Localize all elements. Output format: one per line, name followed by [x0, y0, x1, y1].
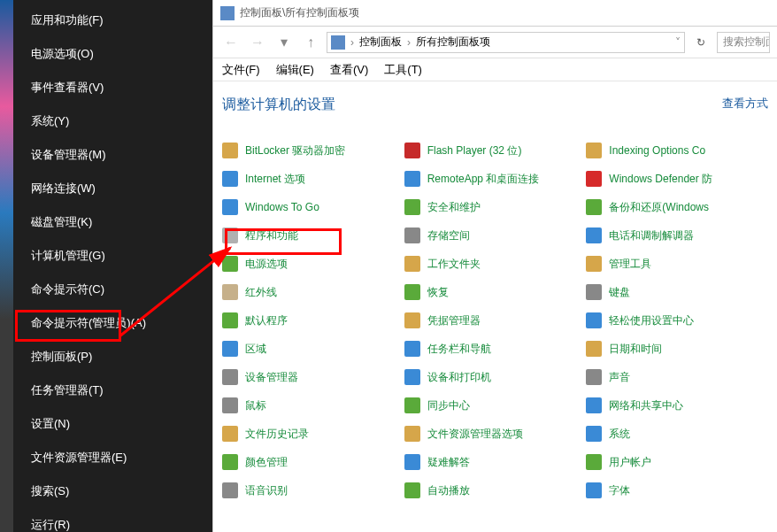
- cp-item[interactable]: 自动播放: [404, 481, 587, 500]
- cp-item[interactable]: BitLocker 驱动器加密: [222, 141, 404, 160]
- cp-item[interactable]: Flash Player (32 位): [404, 141, 587, 160]
- winx-menu: 应用和功能(F) 电源选项(O) 事件查看器(V) 系统(Y) 设备管理器(M)…: [13, 0, 212, 532]
- cp-item[interactable]: 疑难解答: [404, 452, 587, 472]
- cp-item[interactable]: RemoteApp 和桌面连接: [404, 169, 587, 189]
- cp-item[interactable]: 管理工具: [586, 254, 768, 274]
- cp-item-label: 设备和打印机: [427, 370, 491, 385]
- cp-item-label: 鼠标: [245, 398, 266, 413]
- refresh-button[interactable]: ↻: [690, 32, 712, 53]
- cp-item[interactable]: 用户帐户: [586, 452, 768, 472]
- breadcrumb-part[interactable]: 所有控制面板项: [416, 35, 490, 50]
- cp-item[interactable]: 设备管理器: [222, 367, 404, 387]
- cp-item[interactable]: 同步中心: [404, 396, 587, 415]
- menu-cmd[interactable]: 命令提示符(C): [13, 273, 212, 306]
- cp-item-icon: [222, 312, 238, 328]
- cp-item[interactable]: 工作文件夹: [404, 254, 587, 274]
- cp-item[interactable]: 网络和共享中心: [586, 396, 768, 415]
- cp-item[interactable]: 凭据管理器: [404, 311, 587, 330]
- cp-item-label: 声音: [609, 370, 630, 385]
- back-button[interactable]: ←: [220, 32, 242, 53]
- cp-item[interactable]: 默认程序: [222, 311, 404, 330]
- menu-file[interactable]: 文件(F): [222, 62, 260, 78]
- cp-item[interactable]: 系统: [586, 424, 768, 443]
- address-dropdown-icon[interactable]: ˅: [675, 36, 681, 49]
- cp-item-label: 文件资源管理器选项: [427, 427, 523, 442]
- cp-item[interactable]: 文件资源管理器选项: [404, 424, 587, 443]
- cp-item[interactable]: Windows To Go: [222, 197, 404, 217]
- cp-item[interactable]: 红外线: [222, 282, 404, 302]
- desktop-edge-strip: [0, 0, 13, 532]
- cp-item-label: 恢复: [427, 285, 449, 300]
- cp-item[interactable]: 日期和时间: [586, 339, 768, 359]
- cp-item-icon: [586, 256, 602, 272]
- menu-event-viewer[interactable]: 事件查看器(V): [13, 71, 212, 104]
- cp-item-label: 网络和共享中心: [609, 398, 683, 413]
- cp-item[interactable]: 鼠标: [222, 396, 404, 415]
- cp-item[interactable]: 电源选项: [222, 254, 404, 274]
- cp-item-label: 同步中心: [427, 398, 470, 413]
- cp-item-icon: [222, 397, 238, 413]
- search-input[interactable]: 搜索控制面: [717, 32, 770, 53]
- cp-item[interactable]: 文件历史记录: [222, 424, 404, 443]
- cp-item[interactable]: 存储空间: [404, 226, 587, 245]
- cp-item[interactable]: 电话和调制解调器: [586, 226, 768, 245]
- cp-item-label: 管理工具: [609, 257, 651, 272]
- cp-item-icon: [404, 482, 420, 498]
- forward-button[interactable]: →: [247, 32, 268, 53]
- cp-item[interactable]: 轻松使用设置中心: [586, 311, 768, 330]
- menu-apps-features[interactable]: 应用和功能(F): [13, 4, 212, 37]
- cp-item-label: 文件历史记录: [245, 427, 309, 442]
- menu-task-manager[interactable]: 任务管理器(T): [13, 374, 212, 407]
- menu-cmd-admin[interactable]: 命令提示符(管理员)(A): [13, 306, 212, 340]
- menu-disk-management[interactable]: 磁盘管理(K): [13, 205, 212, 239]
- menu-network-connections[interactable]: 网络连接(W): [13, 172, 212, 205]
- up-button[interactable]: ↑: [300, 32, 321, 53]
- cp-item-icon: [404, 397, 420, 413]
- cp-item[interactable]: 安全和维护: [404, 197, 587, 217]
- cp-item[interactable]: 字体: [586, 481, 768, 500]
- history-dropdown[interactable]: ▾: [273, 32, 295, 53]
- breadcrumb-part[interactable]: 控制面板: [359, 35, 402, 50]
- view-mode-selector[interactable]: 查看方式: [722, 96, 768, 112]
- cp-item[interactable]: Internet 选项: [222, 169, 404, 189]
- cp-item-icon: [404, 341, 420, 357]
- cp-item-icon: [586, 454, 602, 470]
- cp-item-icon: [586, 284, 602, 300]
- cp-item-icon: [404, 426, 420, 442]
- cp-item[interactable]: 颜色管理: [222, 452, 404, 472]
- cp-item[interactable]: 设备和打印机: [404, 367, 587, 387]
- menu-device-manager[interactable]: 设备管理器(M): [13, 138, 212, 172]
- menu-power-options[interactable]: 电源选项(O): [13, 37, 212, 71]
- cp-item-label: 语音识别: [245, 483, 288, 498]
- cp-item-label: 区域: [245, 342, 266, 357]
- menu-settings[interactable]: 设置(N): [13, 407, 212, 441]
- cp-item[interactable]: 键盘: [586, 282, 768, 302]
- cp-item[interactable]: 区域: [222, 339, 404, 359]
- cp-item[interactable]: 恢复: [404, 282, 587, 302]
- menu-system[interactable]: 系统(Y): [13, 104, 212, 138]
- cp-item-icon: [586, 227, 602, 243]
- cp-item-icon: [222, 454, 238, 470]
- cp-item[interactable]: 备份和还原(Windows: [586, 197, 768, 217]
- menu-edit[interactable]: 编辑(E): [276, 62, 314, 78]
- address-bar[interactable]: › 控制面板 › 所有控制面板项 ˅: [327, 32, 685, 53]
- cp-item-icon: [404, 227, 420, 243]
- cp-item[interactable]: 语音识别: [222, 481, 404, 500]
- cp-item-icon: [586, 199, 602, 215]
- menu-search[interactable]: 搜索(S): [13, 474, 212, 508]
- cp-item-icon: [222, 143, 238, 158]
- cp-item-icon: [222, 341, 238, 357]
- menu-control-panel[interactable]: 控制面板(P): [13, 340, 212, 374]
- menu-computer-management[interactable]: 计算机管理(G): [13, 239, 212, 273]
- cp-item[interactable]: Windows Defender 防: [586, 169, 768, 189]
- cp-item[interactable]: 声音: [586, 367, 768, 387]
- cp-item[interactable]: 程序和功能: [222, 226, 404, 245]
- cp-item-icon: [586, 482, 602, 498]
- cp-item[interactable]: 任务栏和导航: [404, 339, 587, 359]
- cp-item[interactable]: Indexing Options Co: [586, 141, 768, 160]
- menu-file-explorer[interactable]: 文件资源管理器(E): [13, 441, 212, 474]
- menu-tools[interactable]: 工具(T): [384, 62, 422, 78]
- cp-item-icon: [404, 256, 420, 272]
- menu-run[interactable]: 运行(R): [13, 508, 212, 532]
- menu-view[interactable]: 查看(V): [330, 62, 368, 78]
